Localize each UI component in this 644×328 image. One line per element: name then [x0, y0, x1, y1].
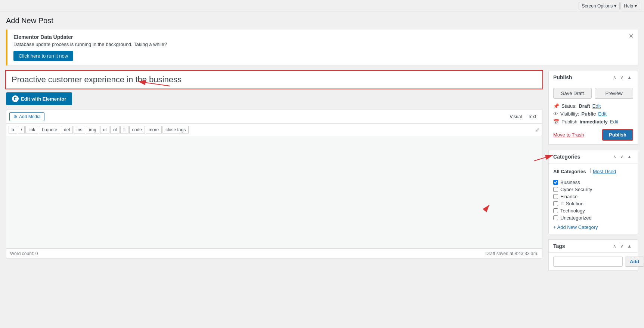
left-column: Edit with Elementor ⊕ Add Media Visual T… — [6, 71, 542, 259]
toolbar-code[interactable]: code — [129, 126, 145, 134]
category-checkbox-it-solution[interactable] — [553, 201, 558, 206]
top-bar: Screen Options ▾ Help ▾ — [0, 0, 644, 12]
category-list: Business Cyber Security Finance IT — [553, 180, 633, 221]
categories-panel-up[interactable]: ∧ — [612, 153, 618, 160]
category-item-technology: Technology — [553, 208, 633, 214]
elementor-notice: Elementor Data Updater Database update p… — [6, 30, 638, 65]
most-used-tab[interactable]: Most Used — [593, 167, 619, 176]
visibility-label: Visibility: — [560, 111, 579, 117]
status-icon: 📌 — [553, 103, 559, 109]
status-edit-link[interactable]: Edit — [592, 103, 601, 109]
edit-with-elementor-button[interactable]: Edit with Elementor — [6, 92, 72, 105]
all-categories-tab[interactable]: All Categories — [553, 167, 589, 176]
tags-input[interactable] — [553, 257, 623, 267]
add-new-category-link[interactable]: + Add New Category — [553, 224, 598, 230]
publish-panel-title: Publish — [553, 74, 572, 80]
category-checkbox-technology[interactable] — [553, 208, 558, 213]
tags-panel-down[interactable]: ∨ — [619, 243, 625, 249]
editor-content-area[interactable] — [6, 136, 542, 248]
category-item-it-solution: IT Solution — [553, 201, 633, 206]
publish-panel-header: Publish ∧ ∨ ▲ — [549, 71, 638, 84]
help-button[interactable]: Help ▾ — [620, 2, 640, 10]
panel-controls: ∧ ∨ ▲ — [612, 74, 633, 81]
category-label-cyber-security: Cyber Security — [560, 187, 592, 192]
add-media-button[interactable]: ⊕ Add Media — [9, 112, 44, 121]
categories-panel-title: Categories — [553, 154, 580, 160]
status-value: Draft — [579, 103, 590, 109]
panel-collapse-down[interactable]: ∨ — [619, 74, 625, 81]
screen-options-button[interactable]: Screen Options ▾ — [579, 2, 620, 10]
tags-input-row: Add — [553, 257, 633, 267]
category-item-finance: Finance — [553, 194, 633, 199]
toolbar-close-tags[interactable]: close tags — [162, 126, 189, 134]
toolbar-li[interactable]: li — [120, 126, 128, 134]
publish-date-value: immediately — [580, 119, 608, 125]
text-tab[interactable]: Text — [525, 113, 539, 121]
editor-footer: Word count: 0 Draft saved at 8:43:33 am. — [6, 248, 542, 258]
elementor-icon — [12, 95, 19, 102]
toolbar-more[interactable]: more — [146, 126, 162, 134]
main-content: Edit with Elementor ⊕ Add Media Visual T… — [6, 71, 638, 276]
visibility-edit-link[interactable]: Edit — [598, 111, 606, 117]
panel-collapse-up[interactable]: ∧ — [612, 74, 618, 81]
categories-panel: Categories ∧ ∨ ▲ All Categories | Most U… — [548, 150, 638, 234]
category-label-it-solution: IT Solution — [560, 201, 583, 206]
category-label-finance: Finance — [560, 194, 578, 199]
toolbar-bold[interactable]: b — [9, 126, 17, 134]
publish-date-edit-link[interactable]: Edit — [610, 119, 618, 125]
toolbar-ins[interactable]: ins — [74, 126, 85, 134]
page-wrap: Add New Post Elementor Data Updater Data… — [0, 12, 644, 281]
toolbar-bquote[interactable]: b-quote — [39, 126, 60, 134]
publish-date-row: 📅 Publish immediately Edit — [553, 119, 633, 125]
category-checkbox-cyber-security[interactable] — [553, 187, 558, 192]
publish-date-label: Publish — [561, 119, 578, 125]
categories-panel-header: Categories ∧ ∨ ▲ — [549, 150, 638, 163]
media-row: ⊕ Add Media Visual Text — [6, 110, 542, 124]
tags-panel-header: Tags ∧ ∨ ▲ — [549, 240, 638, 253]
right-column: Publish ∧ ∨ ▲ Save Draft Preview 📌 — [548, 71, 638, 276]
editor-toolbar: b i link b-quote del ins img ul ol li co… — [6, 124, 542, 136]
move-to-trash-link[interactable]: Move to Trash — [553, 132, 584, 138]
toolbar-expand-button[interactable]: ⤢ — [535, 127, 540, 133]
category-checkbox-finance[interactable] — [553, 194, 558, 199]
run-now-button[interactable]: Click here to run it now — [13, 51, 73, 61]
save-draft-button[interactable]: Save Draft — [553, 88, 592, 99]
tags-panel-up[interactable]: ∧ — [612, 243, 618, 249]
category-checkbox-uncategorized[interactable] — [553, 215, 558, 220]
tags-panel-controls: ∧ ∨ ▲ — [612, 243, 633, 249]
toolbar-ol[interactable]: ol — [110, 126, 120, 134]
toolbar-img[interactable]: img — [86, 126, 99, 134]
publish-footer: Move to Trash Publish — [553, 129, 633, 141]
categories-panel-toggle[interactable]: ▲ — [626, 153, 633, 160]
visibility-icon: 👁 — [553, 111, 558, 117]
notice-title: Elementor Data Updater — [13, 34, 632, 40]
categories-panel-down[interactable]: ∨ — [619, 153, 625, 160]
toolbar-link[interactable]: link — [25, 126, 38, 134]
category-checkbox-business[interactable] — [553, 180, 558, 185]
chevron-down-icon: ▾ — [635, 3, 637, 9]
publish-button[interactable]: Publish — [602, 129, 633, 141]
visual-tab[interactable]: Visual — [507, 113, 525, 121]
notice-close-button[interactable]: ✕ — [629, 33, 634, 39]
editor-wrapper: ⊕ Add Media Visual Text b i link b-quote — [6, 110, 542, 259]
add-media-icon: ⊕ — [13, 114, 17, 119]
category-tabs: All Categories | Most Used — [553, 167, 633, 176]
category-label-technology: Technology — [560, 208, 585, 214]
publish-actions: Save Draft Preview — [553, 88, 633, 99]
status-row: 📌 Status: Draft Edit — [553, 103, 633, 109]
toolbar-del[interactable]: del — [61, 126, 73, 134]
post-title-input[interactable] — [6, 71, 542, 88]
preview-button[interactable]: Preview — [595, 88, 633, 99]
tags-panel-toggle[interactable]: ▲ — [626, 243, 633, 249]
category-label-business: Business — [560, 180, 580, 185]
publish-panel: Publish ∧ ∨ ▲ Save Draft Preview 📌 — [548, 71, 638, 145]
status-label: Status: — [561, 103, 576, 109]
panel-toggle-arrow[interactable]: ▲ — [626, 74, 633, 81]
toolbar-italic[interactable]: i — [18, 126, 25, 134]
visibility-row: 👁 Visibility: Public Edit — [553, 111, 633, 117]
category-item-uncategorized: Uncategorized — [553, 215, 633, 221]
categories-panel-body: All Categories | Most Used Business Cybe… — [549, 163, 638, 234]
toolbar-ul[interactable]: ul — [100, 126, 109, 134]
categories-panel-controls: ∧ ∨ ▲ — [612, 153, 633, 160]
tags-add-button[interactable]: Add — [625, 257, 644, 267]
